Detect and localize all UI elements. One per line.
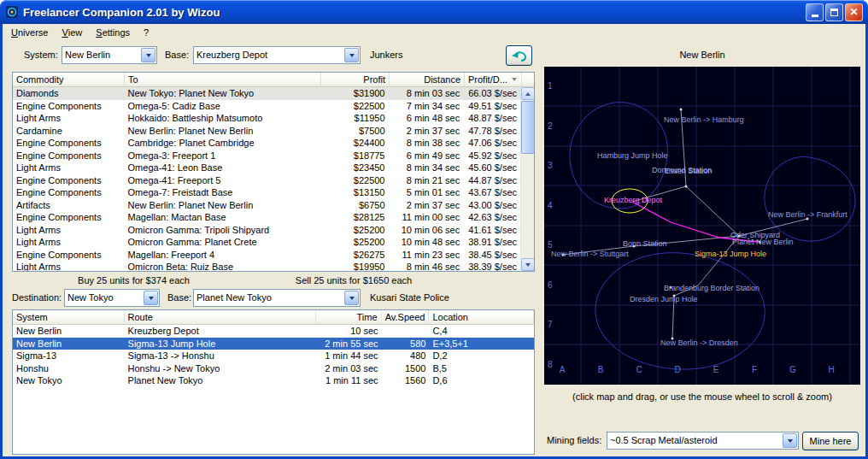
commodity-row-profit: $22500	[320, 100, 389, 113]
close-icon: ✕	[849, 7, 858, 17]
commodity-row-rate: 66.03 $/sec	[463, 87, 520, 100]
map-grid-number: 2	[548, 121, 553, 131]
map-label: New Berlin -> Stuttgart	[551, 250, 629, 258]
commodity-row[interactable]: Engine ComponentsOmega-5: Cadiz Base$225…	[13, 100, 520, 113]
commodity-row-commodity: Light Arms	[13, 224, 125, 237]
map-label: New Berlin -> Dresden	[660, 338, 738, 347]
route-row[interactable]: New BerlinKreuzberg Depot10 secC,4	[13, 325, 534, 338]
minimize-button[interactable]	[806, 3, 824, 21]
commodity-row-to: Omega-41: Freeport 5	[125, 174, 320, 187]
commodity-row-rate: 38.45 $/sec	[463, 249, 520, 262]
route-row-route: Sigma-13 Jump Hole	[125, 338, 316, 350]
commodity-row[interactable]: Engine ComponentsOmega-41: Freeport 5$22…	[13, 174, 520, 187]
commodity-row-commodity: Light Arms	[13, 162, 125, 174]
map-grid-letter: F	[750, 365, 759, 374]
commodity-row[interactable]: Engine ComponentsMagellan: Mactan Base$2…	[13, 211, 520, 224]
menu-item-view[interactable]: View	[55, 24, 89, 41]
chevron-down-icon[interactable]	[144, 291, 158, 305]
commodity-row-to: New Tokyo: Planet New Tokyo	[125, 87, 320, 100]
commodity-row[interactable]: ArtifactsNew Berlin: Planet New Berlin$6…	[13, 199, 520, 212]
maximize-button[interactable]	[825, 3, 843, 21]
system-map[interactable]: New Berlin -> HamburgHamburg Jump HoleDo…	[544, 67, 860, 385]
scroll-down-button[interactable]	[521, 258, 535, 271]
route-row-time: 10 sec	[316, 325, 382, 338]
column-header[interactable]: Route	[125, 310, 316, 324]
commodity-row-distance: 11 min 00 sec	[389, 211, 464, 224]
arrow-up-icon	[525, 92, 531, 96]
commodity-row-to: Omicron Beta: Ruiz Base	[125, 261, 320, 272]
column-header[interactable]: To	[125, 73, 321, 86]
system-select[interactable]: New Berlin	[62, 46, 157, 64]
route-row-speed: 1500	[382, 362, 430, 375]
destination-base-select[interactable]: Planet New Tokyo	[193, 289, 361, 307]
chevron-down-icon[interactable]	[344, 291, 359, 305]
map-label: Bonn Station	[623, 239, 667, 248]
commodity-row[interactable]: Light ArmsHokkaido: Battleship Matsumoto…	[13, 112, 520, 125]
route-row-system: New Berlin	[13, 325, 125, 338]
map-label: Brandenburg Border Station	[664, 284, 760, 292]
commodity-row[interactable]: Light ArmsOmicron Gamma: Planet Crete$25…	[13, 236, 520, 249]
commodity-row[interactable]: Light ArmsOmicron Beta: Ruiz Base$199508…	[13, 261, 520, 272]
column-header[interactable]: Time	[316, 310, 382, 324]
menu-item-universe[interactable]: Universe	[4, 24, 55, 41]
column-header[interactable]: Av.Speed	[382, 310, 430, 324]
title-bar[interactable]: Freelancer Companion 2.01 by Wizou ✕	[0, 0, 868, 24]
commodity-row-commodity: Engine Components	[13, 186, 125, 199]
commodity-row[interactable]: Light ArmsOmega-41: Leon Base$234508 min…	[13, 162, 520, 174]
route-row[interactable]: Sigma-13Sigma-13 -> Honshu1 min 44 sec48…	[13, 350, 534, 362]
commodity-row-distance: 5 min 01 sec	[389, 186, 464, 199]
undo-arrow-icon	[511, 50, 528, 62]
commodity-row-profit: $23450	[320, 162, 389, 174]
route-row-time: 1 min 44 sec	[316, 350, 382, 362]
column-header[interactable]: System	[13, 310, 125, 324]
route-table-body: New BerlinKreuzberg Depot10 secC,4New Be…	[13, 325, 534, 454]
commodity-table-scrollbar[interactable]	[520, 87, 534, 271]
map-grid-letter: B	[596, 365, 605, 374]
column-header[interactable]: Profit	[321, 73, 390, 86]
chevron-down-icon[interactable]	[141, 48, 155, 62]
map-label: New Berlin -> Hamburg	[664, 115, 744, 124]
scrollbar-thumb[interactable]	[521, 101, 535, 154]
commodity-row-distance: 8 min 03 sec	[389, 87, 464, 100]
base-select[interactable]: Kreuzberg Depot	[193, 46, 361, 64]
close-button[interactable]: ✕	[845, 3, 863, 21]
back-button[interactable]	[506, 45, 532, 66]
commodity-row[interactable]: Light ArmsOmicron Gamma: Tripoli Shipyar…	[13, 224, 520, 237]
route-row[interactable]: New TokyoPlanet New Tokyo1 min 11 sec156…	[13, 374, 534, 387]
commodity-row-distance: 2 min 37 sec	[389, 199, 464, 212]
commodity-row-distance: 8 min 46 sec	[389, 261, 464, 272]
chevron-down-icon[interactable]	[344, 48, 359, 62]
column-header[interactable]: Profit/D...	[465, 73, 522, 86]
mining-fields-select[interactable]: ~0.5 Scrap Metal/asteroid	[607, 432, 799, 450]
commodity-row[interactable]: CardamineNew Berlin: Planet New Berlin$7…	[13, 125, 520, 138]
commodity-row-to: Magellan: Mactan Base	[125, 211, 320, 224]
mine-here-button[interactable]: Mine here	[802, 432, 859, 450]
map-grid-letter: C	[635, 365, 643, 374]
commodity-row-distance: 10 min 06 sec	[389, 224, 464, 237]
destination-select[interactable]: New Tokyo	[64, 289, 160, 307]
route-row[interactable]: New BerlinSigma-13 Jump Hole2 min 55 sec…	[13, 338, 534, 350]
column-header[interactable]: Location	[429, 310, 534, 324]
chevron-down-icon[interactable]	[783, 433, 797, 448]
menu-item-help[interactable]: ?	[137, 24, 155, 41]
commodity-row[interactable]: DiamondsNew Tokyo: Planet New Tokyo$3190…	[13, 87, 520, 100]
route-table: SystemRouteTimeAv.SpeedLocation New Berl…	[12, 309, 535, 455]
commodity-row[interactable]: Engine ComponentsOmega-7: Freistadt Base…	[13, 186, 520, 199]
commodity-row-rate: 45.92 $/sec	[463, 150, 520, 162]
base-select-value: Kreuzberg Depot	[194, 47, 343, 63]
map-label: New Berlin -> Frankfurt	[768, 210, 847, 219]
map-grid-number: 6	[548, 280, 553, 290]
column-header[interactable]: Commodity	[13, 73, 125, 86]
route-row[interactable]: HonshuHonshu -> New Tokyo2 min 03 sec150…	[13, 362, 534, 375]
commodity-row-rate: 43.67 $/sec	[463, 186, 520, 199]
menu-item-settings[interactable]: Settings	[89, 24, 137, 41]
column-header[interactable]: Distance	[390, 73, 465, 86]
commodity-row-to: Omega-41: Leon Base	[125, 162, 320, 174]
commodity-row[interactable]: Engine ComponentsCambridge: Planet Cambr…	[13, 137, 520, 150]
system-label: System:	[24, 50, 58, 60]
route-row-speed	[382, 325, 430, 338]
commodity-row[interactable]: Engine ComponentsOmega-3: Freeport 1$187…	[13, 150, 520, 162]
commodity-row[interactable]: Engine ComponentsMagellan: Freeport 4$26…	[13, 249, 520, 262]
route-row-time: 2 min 03 sec	[316, 362, 382, 375]
scroll-up-button[interactable]	[521, 87, 535, 100]
